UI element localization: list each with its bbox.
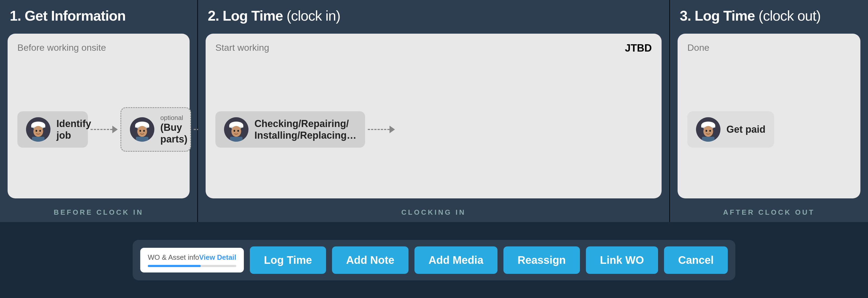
link-wo-button[interactable]: Link WO	[586, 246, 658, 274]
svg-point-12	[137, 126, 147, 137]
section-1-footer: BEFORE CLOCK IN	[0, 203, 197, 222]
section-1-subtitle: Before working onsite	[18, 42, 180, 53]
section-2-jtbd: JTBD	[625, 42, 652, 54]
arrow-3	[368, 126, 395, 133]
step-buy-parts-text: (Buy parts)	[160, 122, 187, 145]
avatar-buy-parts	[130, 117, 154, 142]
section-2-number: 2.	[208, 8, 219, 24]
svg-point-30	[709, 130, 711, 132]
wo-asset-view-detail[interactable]: View Detail	[199, 253, 236, 262]
section-2-card: Start working JTBD	[206, 34, 661, 199]
step-checking-label: Checking/Repairing/Installing/Replacing…	[254, 118, 356, 141]
section-2: 2. Log Time (clock in) Start working JTB…	[198, 0, 670, 222]
wo-asset-label: WO & Asset info	[148, 253, 199, 262]
section-2-title: Log Time	[223, 8, 283, 24]
section-3-steps: Get paid	[687, 64, 850, 190]
arrow-1	[91, 126, 118, 133]
avatar-identify-job	[26, 117, 51, 142]
svg-point-4	[33, 126, 43, 137]
step-get-paid: Get paid	[687, 111, 774, 148]
dashed-arrowhead-3	[390, 126, 395, 133]
section-3-title: Log Time	[695, 8, 755, 24]
reassign-button[interactable]: Reassign	[503, 246, 580, 274]
section-3-number: 3.	[680, 8, 691, 24]
svg-point-20	[231, 126, 241, 137]
svg-rect-31	[702, 137, 714, 142]
svg-rect-15	[136, 137, 148, 142]
section-1: 1. Get Information Before working onsite	[0, 0, 198, 222]
step-identify-job-label: Identify job	[56, 118, 91, 141]
bottom-inner: WO & Asset info View Detail Log Time Add…	[133, 240, 735, 280]
section-3-card: Done	[678, 34, 860, 199]
step-checking-text: Checking/Repairing/Installing/Replacing…	[254, 118, 356, 141]
section-2-suffix: (clock in)	[286, 8, 340, 24]
svg-point-29	[706, 130, 707, 132]
add-note-button[interactable]: Add Note	[332, 246, 408, 274]
section-3-header: 3. Log Time (clock out)	[670, 0, 868, 29]
step-checking-repairing: Checking/Repairing/Installing/Replacing…	[215, 111, 365, 148]
step-identify-job-text: Identify job	[56, 118, 91, 141]
avatar-checking	[224, 117, 248, 142]
svg-point-14	[143, 130, 145, 132]
dashed-arrowhead-1	[112, 126, 118, 133]
step-identify-job: Identify job	[18, 111, 88, 148]
section-3-subtitle: Done	[687, 42, 850, 53]
svg-point-5	[35, 130, 37, 132]
section-2-footer: CLOCKING IN	[198, 203, 669, 222]
section-1-number: 1.	[10, 8, 21, 24]
step-buy-parts-optional: optional	[160, 114, 187, 122]
cancel-button[interactable]: Cancel	[664, 246, 728, 274]
svg-point-22	[237, 130, 239, 132]
svg-rect-7	[32, 137, 44, 142]
step-get-paid-text: Get paid	[726, 123, 766, 135]
section-3-footer: AFTER CLOCK OUT	[670, 203, 868, 222]
svg-point-6	[39, 130, 41, 132]
step-buy-parts-label: optional (Buy parts)	[160, 114, 187, 145]
svg-point-13	[140, 130, 141, 132]
step-get-paid-label: Get paid	[726, 123, 766, 135]
section-2-header: 2. Log Time (clock in)	[198, 0, 669, 29]
bottom-bar: WO & Asset info View Detail Log Time Add…	[0, 222, 868, 298]
section-1-title: Get Information	[25, 8, 126, 24]
dashed-line-1	[91, 129, 112, 130]
dashed-line-3	[368, 129, 390, 130]
avatar-get-paid	[696, 117, 720, 142]
section-3-suffix: (clock out)	[758, 8, 820, 24]
svg-point-21	[234, 130, 235, 132]
wo-asset-card: WO & Asset info View Detail	[140, 248, 244, 272]
section-2-subtitle: Start working	[215, 42, 652, 53]
step-buy-parts: optional (Buy parts)	[120, 107, 191, 152]
log-time-button[interactable]: Log Time	[250, 246, 326, 274]
main-content: 1. Get Information Before working onsite	[0, 0, 868, 222]
section-3: 3. Log Time (clock out) Done	[670, 0, 868, 222]
section-1-card: Before working onsite	[8, 34, 190, 199]
wo-asset-bar-fill	[148, 265, 201, 267]
wo-asset-bar-bg	[148, 265, 236, 267]
section-2-steps: Checking/Repairing/Installing/Replacing…	[215, 64, 652, 190]
section-1-steps: Identify job	[18, 64, 180, 190]
wo-asset-top: WO & Asset info View Detail	[148, 253, 236, 262]
add-media-button[interactable]: Add Media	[414, 246, 497, 274]
svg-rect-23	[230, 137, 243, 142]
section-1-header: 1. Get Information	[0, 0, 197, 29]
svg-point-28	[703, 126, 713, 137]
